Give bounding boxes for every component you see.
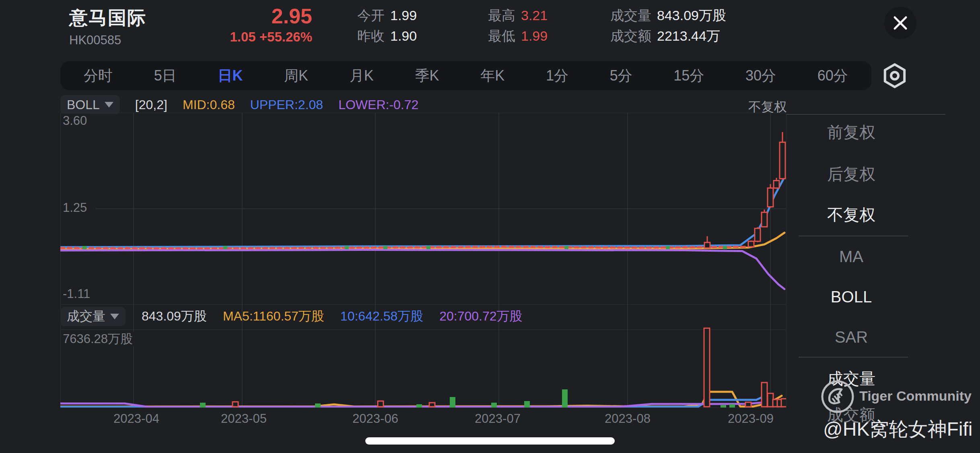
price-axis-top: 3.60 — [63, 114, 90, 128]
tab-minute[interactable]: 分时 — [84, 66, 113, 86]
panel-divider — [799, 236, 908, 236]
watermark-handle: @HK窝轮女神Fifi — [823, 416, 972, 442]
volume-ma10: 10:642.58万股 — [340, 308, 423, 325]
stock-detail-screen: 意马国际 HK00585 2.95 1.05 +55.26% 今开 1.99 昨… — [0, 0, 980, 453]
volume-indicator-row: 成交量 843.09万股 MA5:1160.57万股 10:642.58万股 2… — [60, 306, 523, 327]
adjust-option-forward[interactable]: 前复权 — [786, 121, 916, 143]
tiger-logo-icon — [821, 380, 854, 414]
stats-col-range: 最高 3.21 最低 1.99 — [488, 6, 548, 44]
x-axis-label: 2023-04 — [98, 412, 175, 426]
volume-selector[interactable]: 成交量 — [60, 307, 126, 326]
x-axis-label: 2023-09 — [712, 412, 789, 426]
tab-1min[interactable]: 1分 — [546, 66, 568, 86]
adjust-option-none[interactable]: 不复权 — [786, 203, 916, 226]
tab-5min[interactable]: 5分 — [610, 66, 632, 86]
stat-turnover: 成交额 2213.44万 — [610, 27, 726, 44]
tab-quarterly-k[interactable]: 季K — [415, 66, 439, 86]
stat-high: 最高 3.21 — [488, 6, 548, 23]
adjust-option-backward[interactable]: 后复权 — [786, 163, 916, 185]
kline-chart[interactable] — [60, 97, 786, 407]
stat-open: 今开 1.99 — [357, 6, 417, 23]
tab-yearly-k[interactable]: 年K — [480, 66, 504, 86]
volume-selector-label: 成交量 — [67, 308, 105, 325]
indicator-option-ma[interactable]: MA — [786, 245, 916, 268]
price-block: 2.95 1.05 +55.26% — [209, 4, 312, 46]
volume-ma20: 20:700.72万股 — [439, 308, 522, 325]
tab-15min[interactable]: 15分 — [673, 66, 704, 86]
gear-icon — [882, 63, 908, 89]
stat-low: 最低 1.99 — [488, 27, 548, 44]
chevron-down-icon — [110, 314, 119, 319]
price-axis-bottom: -1.11 — [63, 287, 93, 301]
panel-divider — [799, 357, 908, 358]
x-axis-label: 2023-06 — [337, 412, 414, 426]
x-axis-label: 2023-08 — [589, 412, 666, 426]
close-icon — [893, 15, 908, 31]
stock-name: 意马国际 — [69, 6, 146, 31]
price-change: 1.05 — [230, 29, 255, 44]
tab-daily-k[interactable]: 日K — [218, 66, 243, 86]
volume-current: 843.09万股 — [142, 308, 207, 325]
tab-30min[interactable]: 30分 — [745, 66, 776, 86]
last-price: 2.95 — [209, 4, 312, 28]
stat-volume: 成交量 843.09万股 — [610, 6, 726, 23]
volume-axis-top: 7636.28万股 — [63, 332, 136, 346]
indicator-option-sar[interactable]: SAR — [786, 326, 916, 348]
tab-weekly-k[interactable]: 周K — [284, 66, 308, 86]
period-tabbar: 分时 5日 日K 周K 月K 季K 年K 1分 5分 15分 30分 60分 — [60, 61, 871, 90]
close-button[interactable] — [884, 7, 916, 39]
chart-settings-button[interactable] — [881, 62, 908, 89]
volume-ma5: MA5:1160.57万股 — [223, 308, 324, 325]
watermark-community: Tiger Community — [859, 388, 972, 404]
x-axis-label: 2023-07 — [459, 412, 536, 426]
stats-col-open: 今开 1.99 昨收 1.90 — [357, 6, 417, 44]
panel-top-divider — [786, 114, 945, 115]
tab-60min[interactable]: 60分 — [817, 66, 848, 86]
price-axis-middle: 1.25 — [63, 201, 90, 215]
stat-prev-close: 昨收 1.90 — [357, 27, 417, 44]
x-axis-label: 2023-05 — [206, 412, 282, 426]
home-indicator — [365, 437, 615, 445]
volume-pane-bottom-border — [60, 407, 786, 408]
stats-col-volume: 成交量 843.09万股 成交额 2213.44万 — [610, 6, 726, 44]
stock-code: HK00585 — [69, 33, 121, 48]
price-change-pct: +55.26% — [259, 29, 312, 44]
tab-5day[interactable]: 5日 — [154, 66, 177, 86]
indicator-option-boll[interactable]: BOLL — [786, 285, 916, 308]
tab-monthly-k[interactable]: 月K — [350, 66, 374, 86]
